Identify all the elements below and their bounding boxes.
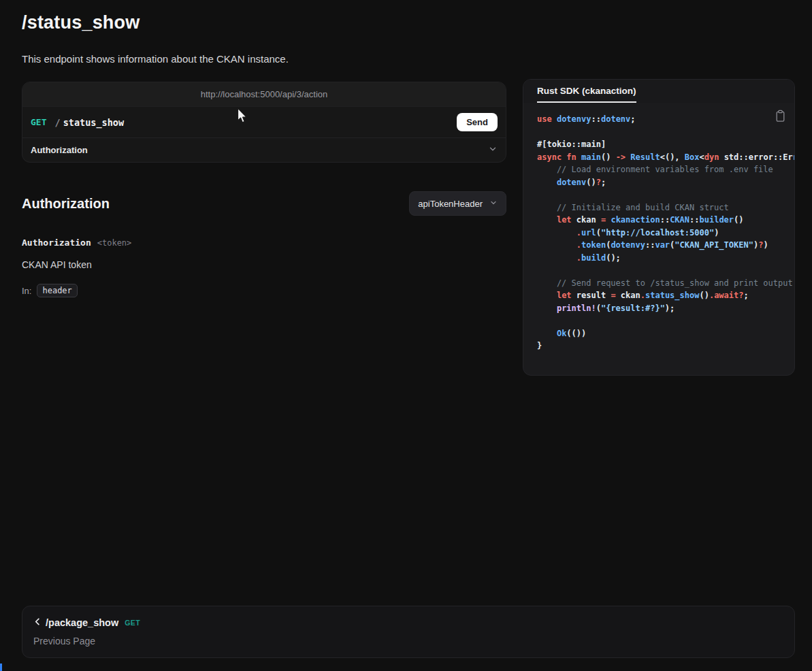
clipboard-icon bbox=[775, 114, 786, 125]
copy-button[interactable] bbox=[775, 110, 786, 122]
path-slash: / bbox=[54, 117, 60, 128]
send-button[interactable]: Send bbox=[457, 113, 498, 131]
authorization-section: Authorization apiTokenHeader Authorizati… bbox=[22, 191, 506, 297]
auth-param-row: Authorization <token> bbox=[22, 238, 506, 248]
auth-collapse-label: Authorization bbox=[31, 145, 88, 155]
code-sample-area: use dotenvy::dotenv; #[tokio::main]async… bbox=[523, 103, 794, 375]
request-card: http://localhost:5000/api/3/action GET /… bbox=[22, 82, 506, 163]
auth-collapse-row[interactable]: Authorization bbox=[22, 137, 506, 162]
chevron-left-icon bbox=[33, 617, 42, 629]
page-title: /status_show bbox=[22, 12, 506, 33]
page-description: This endpoint shows information about th… bbox=[22, 53, 506, 65]
authorization-heading: Authorization bbox=[22, 196, 110, 212]
auth-param-type: <token> bbox=[97, 238, 132, 248]
auth-param-description: CKAN API token bbox=[22, 259, 506, 270]
previous-page-card[interactable]: /package_show GET Previous Page bbox=[22, 606, 795, 658]
chevron-down-icon bbox=[489, 199, 498, 209]
page: /status_show This endpoint shows informa… bbox=[0, 0, 812, 658]
previous-page-label: Previous Page bbox=[33, 636, 783, 647]
base-url-bar[interactable]: http://localhost:5000/api/3/action bbox=[22, 82, 506, 107]
corner-accent-bar bbox=[0, 664, 2, 671]
http-method: GET bbox=[31, 117, 46, 127]
previous-page-path: /package_show bbox=[46, 617, 118, 628]
auth-param-name: Authorization bbox=[22, 238, 91, 248]
tab-rust-sdk[interactable]: Rust SDK (ckanaction) bbox=[537, 80, 636, 103]
in-value-badge: header bbox=[37, 284, 77, 297]
auth-scheme-dropdown[interactable]: apiTokenHeader bbox=[409, 191, 506, 216]
in-label: In: bbox=[22, 286, 31, 296]
code-block[interactable]: use dotenvy::dotenv; #[tokio::main]async… bbox=[537, 113, 794, 353]
chevron-down-icon bbox=[488, 144, 498, 157]
endpoint-path: status_show bbox=[63, 117, 124, 128]
code-panel-header: Rust SDK (ckanaction) bbox=[523, 80, 794, 103]
request-row: GET / status_show Send bbox=[22, 107, 506, 137]
previous-page-method: GET bbox=[125, 619, 140, 627]
auth-param-location-row: In: header bbox=[22, 284, 506, 297]
code-sample-panel: Rust SDK (ckanaction) use dotenvy::doten… bbox=[523, 79, 795, 376]
auth-scheme-value: apiTokenHeader bbox=[418, 199, 483, 209]
